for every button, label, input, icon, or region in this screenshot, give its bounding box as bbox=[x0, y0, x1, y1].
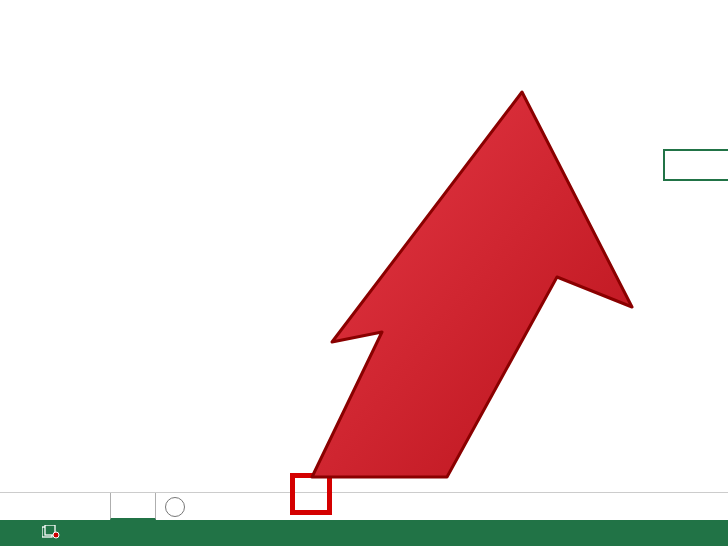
macro-record-icon[interactable] bbox=[42, 525, 60, 542]
tab-nav bbox=[0, 493, 70, 520]
highlight-box bbox=[290, 473, 332, 515]
sheet-tab-bar bbox=[0, 492, 728, 520]
sheet-tab-active[interactable] bbox=[110, 493, 156, 520]
status-bar bbox=[0, 520, 728, 546]
plus-icon bbox=[165, 497, 185, 517]
active-cell-indicator bbox=[663, 149, 728, 181]
svg-point-2 bbox=[53, 532, 59, 538]
spreadsheet-grid[interactable] bbox=[0, 0, 728, 492]
add-sheet-button[interactable] bbox=[162, 494, 188, 520]
